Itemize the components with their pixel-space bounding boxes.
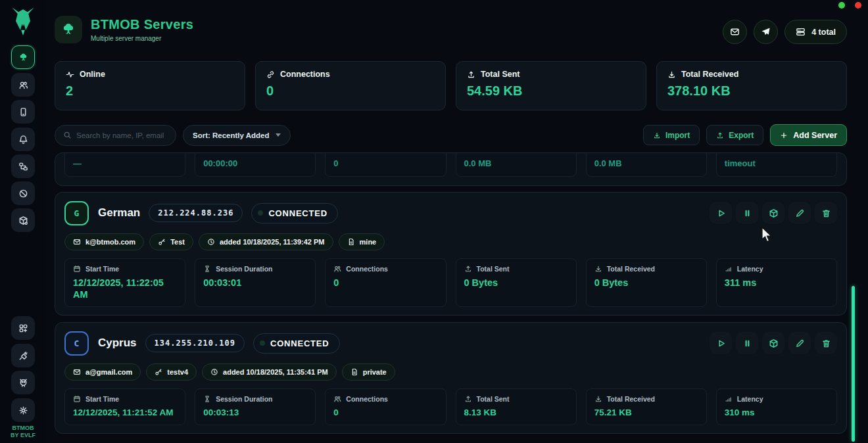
tag-added[interactable]: added 10/18/2025, 11:35:41 PM (202, 363, 337, 381)
key-icon (158, 238, 166, 246)
summary-value: 54.59 KB (467, 83, 635, 99)
stat-value: 310 ms (725, 407, 829, 419)
summary-value: 378.10 KB (667, 83, 836, 99)
bell-icon (18, 135, 28, 145)
stat-latency: Latency 310 ms (716, 388, 837, 425)
server-actions (710, 202, 837, 224)
play-button[interactable] (710, 202, 732, 224)
page-subtitle: Multiple server manager (91, 35, 193, 42)
pulse-icon (66, 70, 74, 79)
tag-key[interactable]: testv4 (146, 363, 197, 381)
network-icon (18, 162, 28, 172)
download-icon (667, 70, 676, 79)
delete-button[interactable] (815, 202, 837, 224)
sidebar-item-notifications[interactable] (11, 128, 35, 151)
stat-value: 12/12/2025, 11:21:52 AM (73, 407, 177, 419)
clipped-value: timeout (725, 158, 756, 168)
sidebar-item-settings[interactable] (11, 398, 35, 422)
sidebar-item-apps[interactable] (11, 316, 35, 340)
telegram-button[interactable] (754, 20, 778, 44)
status-dot (260, 340, 265, 346)
status-label: CONNECTED (270, 338, 329, 348)
sidebar-item-network[interactable] (11, 154, 35, 178)
search-input[interactable] (76, 131, 168, 139)
summary-card-connections: Connections 0 (255, 61, 446, 110)
tag-email[interactable]: a@gmail.com (64, 363, 141, 381)
pause-button[interactable] (736, 202, 758, 224)
sidebar-item-injector[interactable] (11, 344, 35, 367)
red-dot (855, 2, 861, 9)
add-server-button[interactable]: Add Server (770, 124, 847, 146)
package-icon (18, 216, 28, 225)
apps-plus-icon (18, 323, 28, 333)
clipped-stat: timeout (716, 152, 837, 177)
tag-key[interactable]: Test (149, 233, 193, 250)
edit-button[interactable] (788, 202, 811, 224)
tag-added[interactable]: added 10/18/2025, 11:39:42 PM (199, 233, 333, 250)
sidebar-item-blocked[interactable] (11, 181, 35, 205)
tag-email[interactable]: k@btmob.com (64, 233, 144, 250)
stat-total-sent: Total Sent 0 Bytes (456, 258, 577, 307)
sidebar-item-packages[interactable] (11, 208, 35, 232)
avatar: G (64, 201, 89, 225)
sidebar-item-users[interactable] (11, 73, 35, 97)
stat-label: Session Duration (216, 265, 272, 273)
people-icon (333, 265, 341, 273)
clock-icon (207, 238, 215, 246)
file-icon (350, 368, 358, 376)
cloud-tree-icon (61, 22, 76, 37)
import-icon (653, 131, 661, 139)
clipped-value: 00:00:00 (203, 158, 237, 168)
play-button[interactable] (710, 332, 732, 354)
sidebar-item-device[interactable] (11, 100, 35, 124)
tag-note[interactable]: private (342, 363, 395, 381)
stat-label: Connections (346, 265, 388, 273)
package-button[interactable] (762, 202, 784, 224)
search-box[interactable] (55, 125, 176, 146)
tag-label: a@gmail.com (85, 368, 132, 376)
import-button[interactable]: Import (643, 125, 700, 145)
server-stack-icon (796, 27, 806, 37)
stat-value: 00:03:01 (203, 277, 307, 289)
summary-card-total-received: Total Received 378.10 KB (656, 61, 847, 110)
header-actions: 4 total (723, 20, 847, 44)
delete-button[interactable] (815, 332, 837, 354)
tag-note[interactable]: mine (339, 233, 385, 250)
toolbar: Sort: Recently Added Import Export Add S… (55, 124, 847, 146)
clipped-stat: 0.0 MB (586, 152, 707, 177)
stat-label: Start Time (85, 265, 119, 273)
sort-dropdown[interactable]: Sort: Recently Added (183, 125, 291, 146)
hourglass-icon (203, 265, 211, 273)
btmob-logo-icon (9, 5, 37, 37)
calendar-icon (73, 395, 81, 403)
mail-icon (730, 27, 740, 37)
server-card-cyprus: C Cyprus 134.255.210.109 CONNECTED a@gma… (55, 322, 847, 434)
pause-icon (742, 208, 752, 218)
stat-value: 0 (333, 407, 437, 419)
tag-label: added 10/18/2025, 11:35:41 PM (223, 368, 328, 376)
sidebar-item-owl[interactable] (11, 371, 35, 394)
sidebar-item-servers[interactable] (11, 45, 35, 69)
stat-value: 12/12/2025, 11:22:05 AM (73, 277, 177, 300)
app-titles: BTMOB Servers Multiple server manager (91, 17, 193, 42)
mail-button[interactable] (723, 20, 747, 44)
pause-button[interactable] (736, 332, 758, 354)
server-tags: a@gmail.com testv4 added 10/18/2025, 11:… (64, 363, 837, 381)
edit-button[interactable] (788, 332, 811, 354)
app-header: BTMOB Servers Multiple server manager (55, 16, 193, 43)
footer-line1: BTMOB (0, 425, 46, 432)
summary-label: Total Received (681, 70, 738, 79)
calendar-icon (73, 265, 81, 273)
stat-label: Total Received (607, 265, 655, 273)
total-servers-badge[interactable]: 4 total (784, 20, 847, 44)
server-tags: k@btmob.com Test added 10/18/2025, 11:39… (64, 233, 837, 250)
clock-icon (210, 368, 218, 376)
summary-card-total-sent: Total Sent 54.59 KB (456, 61, 646, 110)
plus-icon (780, 131, 788, 139)
stat-label: Total Sent (477, 395, 510, 403)
signal-icon (725, 265, 733, 273)
search-icon (63, 131, 72, 139)
scrollbar-thumb[interactable] (852, 286, 855, 442)
export-button[interactable]: Export (706, 125, 763, 145)
package-button[interactable] (762, 332, 784, 354)
